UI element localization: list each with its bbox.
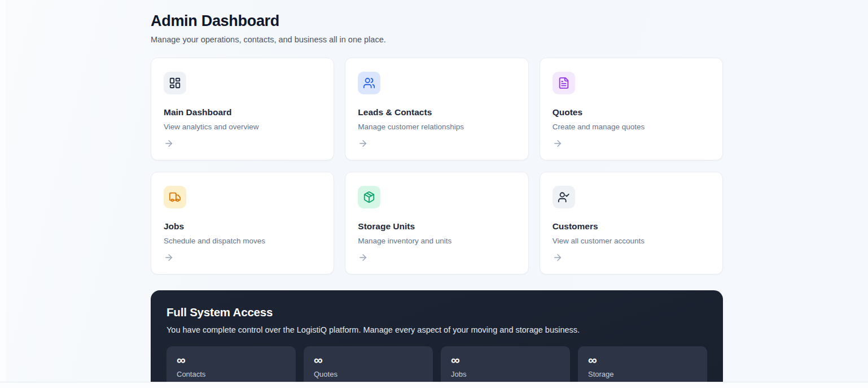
card-description: View analytics and overview xyxy=(164,123,321,131)
card-customers[interactable]: Customers View all customer accounts xyxy=(540,172,723,274)
user-check-icon xyxy=(553,186,575,208)
card-storage-units[interactable]: Storage Units Manage inventory and units xyxy=(345,172,528,274)
arrow-right-icon xyxy=(164,138,321,149)
infinity-icon: ∞ xyxy=(588,354,697,367)
package-icon xyxy=(358,186,380,208)
card-title: Quotes xyxy=(553,107,710,117)
admin-dashboard-page: Admin Dashboard Manage your operations, … xyxy=(0,0,868,382)
card-quotes[interactable]: Quotes Create and manage quotes xyxy=(540,58,723,160)
card-description: View all customer accounts xyxy=(553,237,710,245)
card-main-dashboard[interactable]: Main Dashboard View analytics and overvi… xyxy=(151,58,334,160)
card-title: Main Dashboard xyxy=(164,107,321,117)
access-panel-title: Full System Access xyxy=(166,306,707,319)
card-description: Create and manage quotes xyxy=(553,123,710,131)
layout-dashboard-icon xyxy=(164,72,186,94)
page-subtitle: Manage your operations, contacts, and bu… xyxy=(151,35,723,44)
card-title: Customers xyxy=(553,221,710,232)
main-content: Admin Dashboard Manage your operations, … xyxy=(151,0,723,382)
arrow-right-icon xyxy=(358,252,515,263)
card-leads-contacts[interactable]: Leads & Contacts Manage customer relatio… xyxy=(345,58,528,160)
arrow-right-icon xyxy=(553,138,710,149)
page-title: Admin Dashboard xyxy=(151,12,723,30)
access-item-label: Contacts xyxy=(177,370,286,378)
arrow-right-icon xyxy=(553,252,710,263)
access-item-contacts: ∞ Contacts xyxy=(166,346,296,382)
card-description: Manage inventory and units xyxy=(358,237,515,245)
full-system-access-panel: Full System Access You have complete con… xyxy=(151,290,723,382)
truck-icon xyxy=(164,186,186,208)
access-panel-description: You have complete control over the Logis… xyxy=(166,325,707,334)
left-edge-strip xyxy=(0,0,6,382)
infinity-icon: ∞ xyxy=(451,354,560,367)
access-item-storage: ∞ Storage xyxy=(578,346,707,382)
access-item-grid: ∞ Contacts ∞ Quotes ∞ Jobs ∞ Storage xyxy=(166,346,707,382)
access-item-label: Quotes xyxy=(314,370,423,378)
arrow-right-icon xyxy=(358,138,515,149)
access-item-jobs: ∞ Jobs xyxy=(441,346,570,382)
card-title: Jobs xyxy=(164,221,321,232)
card-title: Leads & Contacts xyxy=(358,107,515,117)
access-item-label: Jobs xyxy=(451,370,560,378)
infinity-icon: ∞ xyxy=(177,354,286,367)
file-text-icon xyxy=(553,72,575,94)
users-icon xyxy=(358,72,380,94)
access-item-quotes: ∞ Quotes xyxy=(304,346,433,382)
card-description: Manage customer relationships xyxy=(358,123,515,131)
infinity-icon: ∞ xyxy=(314,354,423,367)
card-jobs[interactable]: Jobs Schedule and dispatch moves xyxy=(151,172,334,274)
access-item-label: Storage xyxy=(588,370,697,378)
card-description: Schedule and dispatch moves xyxy=(164,237,321,245)
arrow-right-icon xyxy=(164,252,321,263)
nav-card-grid: Main Dashboard View analytics and overvi… xyxy=(151,58,723,274)
card-title: Storage Units xyxy=(358,221,515,232)
page-bottom-strip xyxy=(0,382,868,387)
